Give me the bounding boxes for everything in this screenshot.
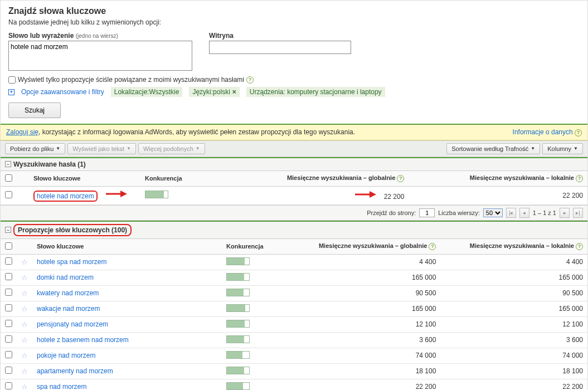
searched-header: − Wyszukiwane hasła (1) bbox=[1, 157, 587, 171]
keyword-link[interactable]: apartamenty nad morzem bbox=[37, 367, 113, 375]
help-icon[interactable]: ? bbox=[246, 76, 254, 84]
rows-select[interactable]: 50 bbox=[483, 208, 503, 217]
download-button[interactable]: Pobierz do pliku▼ bbox=[5, 143, 65, 154]
collapse-icon[interactable]: − bbox=[5, 227, 11, 233]
first-page-button[interactable]: |◂ bbox=[506, 208, 516, 218]
next-page-button[interactable]: ▸ bbox=[560, 208, 570, 218]
keyword-link[interactable]: hotele z basenem nad morzem bbox=[37, 336, 129, 344]
col-competition[interactable]: Konkurencja bbox=[222, 239, 289, 255]
keyword-link[interactable]: domki nad morzem bbox=[37, 274, 94, 281]
table-row: ☆pokoje nad morzem74 00074 000 bbox=[1, 348, 587, 363]
page-title: Znajdź słowa kluczowe bbox=[8, 6, 580, 16]
table-row: ☆spa nad morzem22 20022 200 bbox=[1, 379, 587, 390]
local-cell: 4 400 bbox=[440, 254, 587, 270]
help-icon[interactable]: ? bbox=[429, 243, 436, 250]
keyword-link[interactable]: hotele nad morzem bbox=[37, 192, 94, 200]
col-global[interactable]: Miesięczne wyszukiwania – globalnie ? bbox=[289, 239, 440, 255]
star-icon[interactable]: ☆ bbox=[21, 274, 28, 282]
competition-bar bbox=[226, 304, 250, 312]
search-form-section: Znajdź słowa kluczowe Na podstawie jedne… bbox=[1, 1, 587, 124]
keyword-link[interactable]: spa nad morzem bbox=[37, 383, 86, 390]
table-row: ☆apartamenty nad morzem18 10018 100 bbox=[1, 363, 587, 379]
keyword-link[interactable]: pensjonaty nad morzem bbox=[37, 320, 108, 328]
site-label: Witryna bbox=[209, 32, 351, 40]
star-icon[interactable]: ☆ bbox=[21, 258, 28, 266]
tag-devices[interactable]: Urządzenia: komputery stacjonarne i lapt… bbox=[246, 87, 385, 97]
close-icon[interactable]: × bbox=[232, 88, 236, 96]
local-cell: 12 100 bbox=[440, 316, 587, 332]
sort-button[interactable]: Sortowanie według Trafność▼ bbox=[446, 143, 540, 154]
row-checkbox[interactable] bbox=[5, 351, 12, 358]
site-input[interactable] bbox=[209, 41, 351, 54]
star-icon[interactable]: ☆ bbox=[21, 367, 28, 376]
star-icon[interactable]: ☆ bbox=[21, 352, 28, 360]
row-checkbox[interactable] bbox=[5, 335, 12, 343]
info-link[interactable]: Informacje o danych bbox=[513, 128, 573, 136]
keyword-link[interactable]: hotele spa nad morzem bbox=[37, 258, 106, 266]
competition-bar bbox=[226, 335, 250, 343]
help-icon[interactable]: ? bbox=[575, 129, 582, 136]
col-keyword[interactable]: Słowo kluczowe bbox=[29, 171, 140, 187]
row-checkbox[interactable] bbox=[5, 304, 12, 311]
row-checkbox[interactable] bbox=[5, 289, 12, 296]
caret-down-icon: ▼ bbox=[56, 146, 60, 151]
competition-bar bbox=[226, 257, 250, 265]
star-icon[interactable]: ☆ bbox=[21, 320, 28, 329]
row-checkbox[interactable] bbox=[5, 273, 12, 280]
page-subtitle: Na podstawie jednej lub kilku z wymienio… bbox=[8, 18, 580, 26]
keyword-link[interactable]: pokoje nad morzem bbox=[37, 352, 95, 359]
tag-location[interactable]: Lokalizacje:Wszystkie bbox=[111, 87, 183, 97]
caret-down-icon: ▼ bbox=[127, 146, 131, 151]
competition-bar bbox=[226, 320, 250, 328]
strict-checkbox[interactable] bbox=[8, 76, 16, 84]
row-checkbox[interactable] bbox=[5, 257, 12, 265]
table-row: hotele nad morzem 22 200 22 200 bbox=[1, 186, 587, 204]
row-checkbox[interactable] bbox=[5, 191, 12, 198]
page-input[interactable] bbox=[419, 208, 435, 217]
keyword-link[interactable]: wakacje nad morzem bbox=[37, 305, 100, 313]
advanced-link[interactable]: Opcje zaawansowane i filtry bbox=[21, 88, 104, 96]
caret-down-icon: ▼ bbox=[531, 146, 535, 151]
competition-bar bbox=[226, 273, 250, 281]
last-page-button[interactable]: ▸| bbox=[573, 208, 583, 218]
col-global[interactable]: Miesięczne wyszukiwania – globalnie ? bbox=[224, 171, 409, 187]
global-cell: 12 100 bbox=[289, 316, 440, 332]
row-checkbox[interactable] bbox=[5, 320, 12, 327]
row-checkbox[interactable] bbox=[5, 367, 12, 374]
phrase-input[interactable]: hotele nad morzem bbox=[8, 41, 192, 71]
annotation-arrow-icon bbox=[105, 189, 127, 198]
star-icon[interactable]: ☆ bbox=[21, 289, 28, 298]
global-cell: 22 200 bbox=[224, 186, 409, 204]
col-local[interactable]: Miesięczne wyszukiwania – lokalnie ? bbox=[440, 239, 587, 255]
tag-language[interactable]: Języki:polski × bbox=[189, 87, 239, 97]
local-cell: 22 200 bbox=[409, 186, 587, 204]
select-all-checkbox[interactable] bbox=[5, 174, 12, 182]
collapse-icon[interactable]: − bbox=[5, 161, 11, 167]
star-icon[interactable]: ☆ bbox=[21, 383, 28, 391]
more-similar-button[interactable]: Więcej podobnych▼ bbox=[138, 143, 205, 154]
col-competition[interactable]: Konkurencja bbox=[140, 171, 224, 187]
star-icon[interactable]: ☆ bbox=[21, 336, 28, 344]
pagination: Przejdź do strony: Liczba wierszy: 50 |◂… bbox=[1, 205, 587, 221]
help-icon[interactable]: ? bbox=[576, 175, 583, 182]
col-keyword[interactable]: Słowo kluczowe bbox=[32, 239, 222, 255]
searched-table: Słowo kluczowe Konkurencja Miesięczne wy… bbox=[1, 171, 587, 205]
help-icon[interactable]: ? bbox=[576, 243, 583, 250]
table-row: ☆domki nad morzem165 000165 000 bbox=[1, 270, 587, 285]
local-cell: 90 500 bbox=[440, 285, 587, 301]
competition-bar bbox=[226, 382, 250, 390]
keyword-link[interactable]: kwatery nad morzem bbox=[37, 289, 99, 297]
select-all-checkbox[interactable] bbox=[5, 242, 12, 250]
prev-page-button[interactable]: ◂ bbox=[519, 208, 529, 218]
view-text-button[interactable]: Wyświetl jako tekst▼ bbox=[67, 143, 136, 154]
strict-checkbox-label: Wyświetl tylko propozycje ściśle powiąza… bbox=[18, 76, 244, 84]
row-checkbox[interactable] bbox=[5, 382, 12, 389]
search-button[interactable]: Szukaj bbox=[8, 103, 61, 118]
plus-icon[interactable]: + bbox=[8, 89, 14, 95]
star-icon[interactable]: ☆ bbox=[21, 305, 28, 313]
rows-label: Liczba wierszy: bbox=[438, 209, 480, 216]
columns-button[interactable]: Kolumny▼ bbox=[542, 143, 583, 154]
help-icon[interactable]: ? bbox=[397, 175, 404, 182]
login-link[interactable]: Zaloguj się bbox=[6, 128, 38, 136]
col-local[interactable]: Miesięczne wyszukiwania – lokalnie ? bbox=[409, 171, 587, 187]
